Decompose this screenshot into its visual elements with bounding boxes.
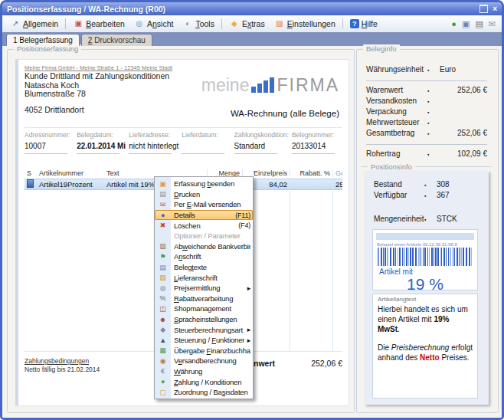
context-menu-item-label: Belegtexte xyxy=(171,263,250,271)
context-menu-item-löschen[interactable]: ✖Löschen(F4) xyxy=(155,220,253,231)
info-row-verfügbar: Verfügbar▪367 xyxy=(374,191,479,202)
menubar-item-ansicht[interactable]: ◎Ansicht xyxy=(129,17,178,31)
info-value: 252,06 € xyxy=(440,86,487,94)
payment-terms-block: Zahlungsbedingungen Netto fällig bis 21.… xyxy=(25,357,100,373)
logo-text-meine: meine xyxy=(201,77,250,94)
image-header-band xyxy=(376,233,474,240)
header-fields: Adressnummer:10007Belegdatum:22.01.2014 … xyxy=(25,131,344,154)
tools-icon: ◐ xyxy=(182,19,193,28)
tax-icon: ◆ xyxy=(155,326,171,333)
context-menu-item-erfassung-beenden[interactable]: ▣Erfassung beenden xyxy=(155,179,253,189)
field-value[interactable]: Standard xyxy=(234,142,289,151)
shortcut-text: (F11) xyxy=(232,212,250,219)
context-menu-item-währung[interactable]: €Währung xyxy=(155,366,253,377)
info-label: Bestand xyxy=(374,180,424,189)
restore-icon[interactable] xyxy=(479,5,488,13)
info-row-währungseinheit: Währungseinheit▪Euro xyxy=(366,65,487,76)
tab-2-druckvorschau[interactable]: 2 Druckvorschau xyxy=(81,34,152,46)
context-menu-item-steuerung-funktionen[interactable]: ▲Steuerung / Funktionen▸ xyxy=(155,335,253,346)
title-bar: Positionserfassung / WA-Rechnung (R00) × xyxy=(2,2,502,15)
discount-icon: % xyxy=(155,294,171,302)
context-menu-item-zahlung-konditionen[interactable]: ●Zahlung / Konditionen xyxy=(155,376,253,387)
field-underline xyxy=(292,153,335,154)
context-menu-item-label: Steuerberechnungsart xyxy=(171,326,244,334)
info-label: Gesamtbetrag xyxy=(366,129,427,137)
field-belegnummer: Belegnummer:20133014 xyxy=(292,131,344,154)
mail-icon[interactable]: ✉ xyxy=(489,19,496,28)
close-icon[interactable]: × xyxy=(493,5,497,13)
menubar-item-tools[interactable]: ◐Tools xyxy=(178,17,219,31)
currency-icon: € xyxy=(155,367,171,375)
arrow-icon: ↗ xyxy=(10,19,21,28)
export-icon[interactable]: ▣ xyxy=(462,19,470,28)
context-menu-item-versandberechnung[interactable]: ◉Versandberechnung xyxy=(155,356,253,366)
info-row-gesamtbetrag: Gesamtbetrag▪252,06 € xyxy=(366,129,487,139)
beleginfo-group: Beleginfo Währungseinheit▪EuroWarenwert▪… xyxy=(356,49,499,413)
column-header-menge[interactable]: Menge xyxy=(207,169,242,177)
field-zahlungskondition: Zahlungskondition:Standard xyxy=(234,131,292,154)
column-header-rabatt[interactable]: Rabatt. % xyxy=(290,169,332,177)
menubar-item-extras[interactable]: ◆Extras xyxy=(224,17,270,31)
context-menu-item-zuordnung-basisdaten[interactable]: ▢Zuordnung / Basisdaten xyxy=(155,387,253,398)
context-menu-item-label: Steuerung / Funktionen xyxy=(171,336,244,344)
context-menu-item-rabattverarbeitung[interactable]: %Rabattverarbeitung xyxy=(155,294,253,304)
field-value[interactable] xyxy=(182,142,231,151)
menubar-separator xyxy=(65,18,66,29)
field-adressnummer: Adressnummer:10007 xyxy=(25,131,77,154)
edit-icon: ▣ xyxy=(73,19,83,28)
context-menu-item-shopmanagement[interactable]: ◫Shopmanagement xyxy=(155,304,253,314)
web-icon[interactable]: ● xyxy=(451,19,457,28)
column-header-s[interactable]: S xyxy=(25,169,37,177)
context-menu-item-abweichende-bankverbindung[interactable]: ▥Abweichende Bankverbindung xyxy=(155,241,253,252)
menubar-item-bearbeiten[interactable]: ▣Bearbeiten xyxy=(68,17,129,31)
field-value[interactable]: 22.01.2014 Mi xyxy=(77,142,126,151)
context-menu-item-details[interactable]: ●Details(F11) xyxy=(155,210,253,221)
recipient-line: Kunde Drittland mit Zahlungskonditionen xyxy=(25,72,169,81)
context-menu-item-label: Zuordnung / Basisdaten xyxy=(171,388,250,396)
context-menu-item-label: Per E-Mail versenden xyxy=(171,200,250,208)
bullet-icon: ▪ xyxy=(427,152,440,157)
info-row-verpackung: Verpackung▪ xyxy=(366,107,487,118)
info-icon: ● xyxy=(155,212,171,219)
context-menu-item-übergabe-finanzbuchhaltung[interactable]: ▦Übergabe Finanzbuchhaltung xyxy=(155,346,253,356)
info-label: Währungseinheit xyxy=(366,65,427,74)
menubar-item-hilfe[interactable]: ?Hilfe xyxy=(345,17,382,31)
positionsinfo-header: Positionsinfo xyxy=(362,162,492,171)
shortcut-text: (F4) xyxy=(235,221,250,229)
context-menu-item-lieferanschrift[interactable]: ▧Lieferanschrift xyxy=(155,272,253,283)
column-header-artikelnummer[interactable]: Artikelnummer xyxy=(37,169,104,177)
field-label: Belegnummer: xyxy=(292,131,341,139)
menubar-item-einstellungen[interactable]: ▨Einstellungen xyxy=(270,17,340,31)
menubar-item-label: Extras xyxy=(242,19,265,28)
field-label: Zahlungskondition: xyxy=(234,131,289,139)
column-header-einzelpreis[interactable]: Einzelpreis xyxy=(242,169,290,177)
zahlungsbedingungen-link[interactable]: Zahlungsbedingungen xyxy=(25,357,100,365)
group-label-positionsinfo: Positionsinfo xyxy=(371,162,412,171)
context-menu-item-per-e-mail-versenden[interactable]: ✉Per E-Mail versenden xyxy=(155,199,253,210)
context-menu-item-anschrift[interactable]: ⚑Anschrift xyxy=(155,251,253,262)
row-cell: 252,06 xyxy=(332,180,342,189)
submenu-arrow-icon: ▸ xyxy=(244,284,250,292)
print-icon[interactable]: ▤ xyxy=(475,19,483,28)
column-header-text[interactable]: Text xyxy=(104,169,207,177)
payment-icon: ● xyxy=(155,378,171,386)
article-row-icon xyxy=(27,179,34,188)
tab-1-belegerfassung[interactable]: 1 Belegerfassung xyxy=(6,34,80,46)
context-menu-item-belegtexte[interactable]: ▤Belegtexte xyxy=(155,262,253,273)
context-menu-item-preisermittlung[interactable]: ◍Preisermittlung▸ xyxy=(155,283,253,294)
field-value[interactable]: nicht hinterlegt xyxy=(129,142,178,151)
context-menu-item-drucken[interactable]: ▤Drucken xyxy=(155,189,253,200)
context-menu-item-steuerberechnungsart[interactable]: ◆Steuerberechnungsart▸ xyxy=(155,324,253,335)
info-value: 367 xyxy=(437,191,479,199)
field-value[interactable]: 10007 xyxy=(25,142,74,151)
column-header-gesamtbetrag[interactable]: Gesamtbetrag xyxy=(332,169,342,177)
menubar-item-allgemein[interactable]: ↗Allgemein xyxy=(5,17,63,31)
info-value: 308 xyxy=(437,180,479,189)
artikellangtext-label: Artikellangtext xyxy=(378,296,473,303)
field-value[interactable]: 20133014 xyxy=(292,142,341,151)
info-label: Mehrwertsteuer xyxy=(366,118,427,126)
logo-text-firma: FIRMA xyxy=(277,77,339,94)
field-label: Adressnummer: xyxy=(25,131,74,139)
view-icon: ◎ xyxy=(134,19,145,28)
context-menu-item-spracheinstellungen[interactable]: ☻Spracheinstellungen xyxy=(155,314,253,325)
